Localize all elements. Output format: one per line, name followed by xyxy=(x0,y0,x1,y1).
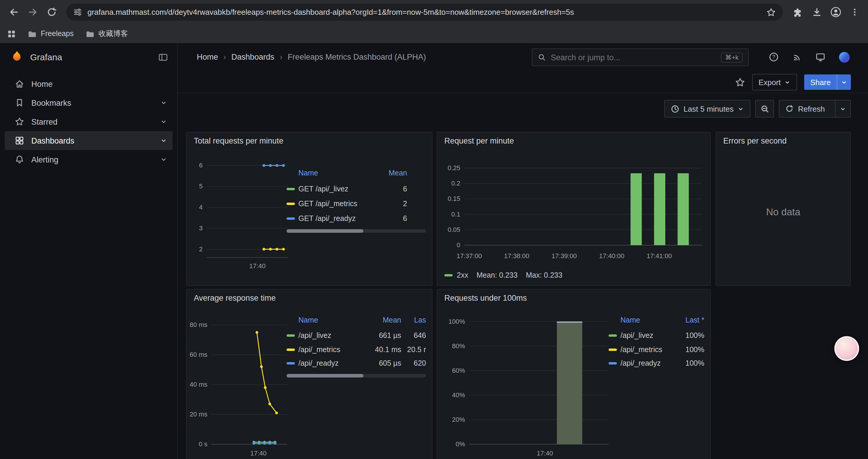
svg-text:0: 0 xyxy=(457,241,460,249)
series-color-chip xyxy=(609,349,617,351)
svg-text:17:38:00: 17:38:00 xyxy=(504,252,529,260)
brand-title: Grafana xyxy=(30,52,152,62)
export-button[interactable]: Export xyxy=(752,74,797,90)
panel-title[interactable]: Errors per second xyxy=(723,136,787,145)
downloads-icon[interactable] xyxy=(808,3,826,21)
time-controls: Last 5 minutes Refresh xyxy=(664,100,851,118)
sidebar-item-starred[interactable]: Starred xyxy=(5,112,173,131)
search-icon xyxy=(538,53,546,61)
legend-row: /api/_metrics 40.1 ms 20.5 r xyxy=(286,342,426,357)
svg-text:17:40: 17:40 xyxy=(250,450,267,457)
share-menu-chevron-icon[interactable] xyxy=(837,74,851,90)
menu-kebab-icon[interactable] xyxy=(845,3,863,21)
apps-grid-icon[interactable] xyxy=(7,29,16,38)
site-info-icon[interactable] xyxy=(73,8,82,17)
legend-scrollbar[interactable] xyxy=(286,229,426,233)
svg-text:3: 3 xyxy=(199,225,203,232)
svg-text:0.25: 0.25 xyxy=(447,164,460,172)
panel-title[interactable]: Total requests per minute xyxy=(194,136,283,145)
monitor-icon[interactable] xyxy=(815,52,826,62)
sidebar-item-home[interactable]: Home xyxy=(5,74,173,93)
svg-text:17:39:00: 17:39:00 xyxy=(552,252,577,260)
legend-inline: 2xx Mean: 0.233 Max: 0.233 xyxy=(444,271,562,280)
legend-scrollbar[interactable] xyxy=(286,374,426,378)
svg-text:17:40: 17:40 xyxy=(249,262,266,270)
svg-text:20 ms: 20 ms xyxy=(190,411,208,418)
legend-col-name[interactable]: Name xyxy=(299,169,380,177)
legend-row: /api/_metrics 100% xyxy=(609,342,704,357)
forward-icon[interactable] xyxy=(24,3,41,21)
chevron-down-icon[interactable] xyxy=(160,137,167,144)
url-text[interactable]: grafana.mathmast.com/d/deytv4rwavabkb/fr… xyxy=(88,8,761,17)
breadcrumb-current: Freeleaps Metrics Dashboard (ALPHA) xyxy=(288,53,426,61)
help-icon[interactable]: ? xyxy=(769,52,779,62)
legend-row: /api/_readyz 605 µs 620 xyxy=(286,357,426,370)
chevron-down-icon[interactable] xyxy=(160,156,167,163)
breadcrumb-dashboards[interactable]: Dashboards xyxy=(231,53,275,61)
svg-text:2: 2 xyxy=(199,245,203,253)
chevron-down-icon[interactable] xyxy=(160,118,167,125)
sidebar-item-dashboards[interactable]: Dashboards xyxy=(5,131,173,150)
dashboards-grid-icon xyxy=(15,136,24,145)
legend-row: GET /api/_readyz 6 xyxy=(286,211,426,226)
legend-row: /api/_livez 661 µs 646 xyxy=(286,329,426,342)
favorite-star-icon[interactable] xyxy=(735,77,745,87)
series-color-chip xyxy=(609,362,617,365)
extensions-icon[interactable] xyxy=(789,3,807,21)
search-input[interactable]: Search or jump to... ⌘+k xyxy=(532,48,749,66)
svg-text:0.05: 0.05 xyxy=(447,226,460,233)
scrollbar-thumb[interactable] xyxy=(286,374,363,378)
rss-icon[interactable] xyxy=(793,52,802,62)
legend-table: Name Mean GET /api/_livez 6 GET /api/_me… xyxy=(286,167,426,233)
grafana-logo[interactable] xyxy=(9,50,24,64)
sidebar-item-bookmarks[interactable]: Bookmarks xyxy=(5,93,173,112)
bell-icon xyxy=(15,155,24,164)
refresh-interval-chevron-icon[interactable] xyxy=(835,100,850,117)
svg-text:17:37:00: 17:37:00 xyxy=(457,252,482,260)
svg-text:17:41:00: 17:41:00 xyxy=(646,252,672,260)
legend-col-last[interactable]: Las xyxy=(401,316,426,324)
legend-col-mean[interactable]: Mean xyxy=(366,316,401,324)
legend-col-name[interactable]: Name xyxy=(620,316,669,324)
bookmark-star-icon[interactable] xyxy=(766,7,776,17)
chevron-down-icon xyxy=(784,79,791,85)
share-button[interactable]: Share xyxy=(804,74,851,90)
refresh-button[interactable]: Refresh xyxy=(779,100,851,118)
bar-chart: 100%80%60%40%20%0%17:40 xyxy=(441,304,613,459)
legend-col-name[interactable]: Name xyxy=(299,316,366,324)
breadcrumb-home[interactable]: Home xyxy=(197,53,218,61)
svg-text:4: 4 xyxy=(199,203,203,211)
bookmark-icon xyxy=(15,98,24,107)
user-avatar[interactable] xyxy=(839,52,850,62)
legend-row: GET /api/_metrics 2 xyxy=(286,196,426,211)
reload-icon[interactable] xyxy=(42,3,60,21)
scrollbar-thumb[interactable] xyxy=(286,229,363,233)
assistant-avatar-overlay[interactable] xyxy=(834,336,859,361)
back-icon[interactable] xyxy=(5,3,23,21)
sidebar-item-alerting[interactable]: Alerting xyxy=(5,150,173,169)
chevron-down-icon xyxy=(738,105,744,112)
profile-icon[interactable] xyxy=(827,3,844,21)
dock-menu-icon[interactable] xyxy=(158,52,168,62)
url-bar[interactable]: grafana.mathmast.com/d/deytv4rwavabkb/fr… xyxy=(66,4,783,21)
series-mean: Mean: 0.233 xyxy=(476,271,518,280)
bookmark-folder-blogs[interactable]: 收藏博客 xyxy=(85,29,128,39)
chevron-down-icon[interactable] xyxy=(160,99,167,106)
bookmark-folder-freeleaps[interactable]: Freeleaps xyxy=(28,29,73,38)
legend-col-last[interactable]: Last * xyxy=(669,316,704,324)
legend-col-mean[interactable]: Mean xyxy=(380,169,407,177)
panel-title[interactable]: Requests under 100ms xyxy=(444,294,527,302)
panel-title[interactable]: Average response time xyxy=(194,294,276,302)
panel-title[interactable]: Request per minute xyxy=(444,136,514,145)
svg-text:40 ms: 40 ms xyxy=(190,381,208,388)
zoom-out-button[interactable] xyxy=(755,100,774,118)
time-range-picker[interactable]: Last 5 minutes xyxy=(664,100,751,118)
series-color-chip xyxy=(444,274,453,276)
svg-text:80 ms: 80 ms xyxy=(190,321,208,328)
refresh-icon xyxy=(785,104,794,113)
series-name[interactable]: 2xx xyxy=(457,271,468,280)
browser-toolbar: grafana.mathmast.com/d/deytv4rwavabkb/fr… xyxy=(0,0,868,24)
svg-text:40%: 40% xyxy=(452,391,465,399)
header-icons: ? xyxy=(769,43,850,71)
zoom-out-icon xyxy=(761,104,769,113)
